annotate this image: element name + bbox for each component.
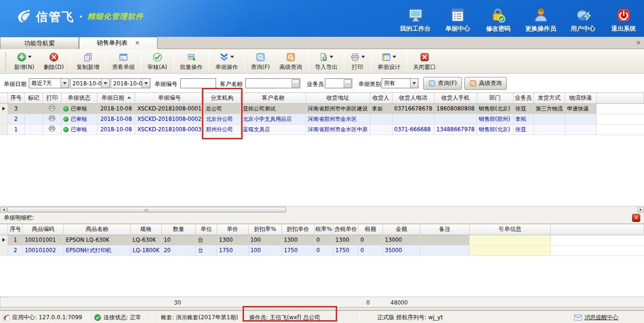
- tab-sales-order-list[interactable]: 销售单列表 ✕: [79, 37, 157, 49]
- scroll-right-arrow[interactable]: [637, 207, 644, 212]
- chevron-down-icon[interactable]: [330, 56, 333, 58]
- workbench-button[interactable]: 我的工作台: [400, 8, 431, 33]
- chevron-down-icon[interactable]: [361, 56, 365, 58]
- type-select[interactable]: 所有: [382, 78, 418, 88]
- column-header-ship_method[interactable]: 发货方式: [533, 93, 565, 103]
- column-header-mark[interactable]: 标记: [24, 93, 43, 103]
- column-header-qty[interactable]: 数量: [162, 224, 196, 235]
- advanced-query-button[interactable]: 高级查询: [464, 77, 507, 90]
- chevron-down-icon[interactable]: [142, 79, 150, 88]
- switch-operator-button[interactable]: 更换操作员: [525, 8, 556, 33]
- toolbar-button-uidesign[interactable]: 界面设计: [373, 51, 405, 72]
- table-row[interactable]: 2已审核2018-10-08XSCKD-20181008-0002北京分公司北京…: [0, 114, 644, 124]
- date-range-select[interactable]: 最近7天: [29, 78, 69, 88]
- tab-function-navigator[interactable]: 功能导航窗: [0, 37, 79, 49]
- customer-filter-input[interactable]: [246, 79, 292, 88]
- column-header-receiver[interactable]: 收货人: [370, 93, 392, 103]
- viewdoc-icon: [119, 52, 128, 62]
- cell-mobile: 18608080808: [435, 103, 477, 114]
- toolbar-button-print[interactable]: 打印: [346, 51, 370, 72]
- toolbar-button-docops[interactable]: 单据操作: [211, 51, 243, 72]
- cell-tax_rate: 0: [314, 245, 333, 255]
- tab-close-icon[interactable]: ✕: [135, 40, 139, 46]
- exit-system-button[interactable]: 退出系统: [610, 8, 637, 33]
- column-header-address[interactable]: 收货地址: [306, 93, 370, 103]
- scroll-left-arrow[interactable]: [0, 207, 7, 212]
- column-header-amount[interactable]: 金额: [383, 224, 420, 235]
- cell-mark: [24, 114, 43, 124]
- query-button[interactable]: 查询(F): [423, 77, 462, 90]
- column-header-salesman[interactable]: 业务员: [513, 93, 533, 103]
- column-header-express[interactable]: 物流快递: [565, 93, 596, 103]
- user-center-button[interactable]: 用户中心: [569, 8, 597, 33]
- cell-qty: 20: [162, 245, 196, 255]
- column-header-price[interactable]: 单价: [217, 224, 248, 235]
- column-header-dept[interactable]: 部门: [477, 93, 513, 103]
- toolbar-grip[interactable]: [5, 52, 7, 71]
- tabstrip-close-icon[interactable]: ✕: [636, 39, 641, 46]
- column-header-phone[interactable]: 收货人电话: [392, 93, 434, 103]
- document-center-button[interactable]: 单据中心: [444, 8, 471, 33]
- column-header-branch[interactable]: 分支机构: [204, 93, 241, 103]
- column-header-mobile[interactable]: 收货人手机: [435, 93, 477, 103]
- column-header-seq[interactable]: 序号: [8, 93, 24, 103]
- chevron-down-icon[interactable]: [230, 56, 234, 58]
- chevron-down-icon[interactable]: [392, 56, 396, 58]
- chevron-down-icon[interactable]: [61, 79, 69, 88]
- printer-icon[interactable]: [48, 126, 56, 132]
- detail-panel-close-icon[interactable]: ✕: [632, 214, 640, 222]
- toolbar-button-label: 界面设计: [378, 63, 400, 71]
- chevron-down-icon[interactable]: [101, 79, 109, 88]
- column-header-status[interactable]: 单据状态: [61, 93, 97, 103]
- toolbar-button-copy[interactable]: 复制新增: [72, 51, 104, 72]
- toolbar-button-add[interactable]: 新增(N): [9, 51, 39, 72]
- toolbar-button-query[interactable]: 查询(F): [246, 51, 275, 72]
- toolbar-button-viewdoc[interactable]: 查看单据: [107, 51, 139, 72]
- toolbar-button-advquery[interactable]: 高级查询: [275, 51, 307, 72]
- table-row[interactable]: 1已审核2018-10-08XSCKD-20181008-0003郑州分公司蓝猫…: [0, 124, 644, 135]
- column-header-tax[interactable]: 税额: [358, 224, 383, 235]
- column-header-spec[interactable]: 规格: [131, 224, 162, 235]
- column-header-code[interactable]: 商品编码: [23, 224, 64, 235]
- column-header-print[interactable]: 打印: [43, 93, 61, 103]
- column-header-remark[interactable]: 备注: [420, 224, 470, 235]
- date-to-select[interactable]: 2018-10-08: [111, 78, 150, 88]
- date-from-select[interactable]: 2018-10-01: [70, 78, 110, 88]
- change-password-button[interactable]: 修改密码: [485, 8, 512, 33]
- table-row[interactable]: 2100101002EPSON针式打印机LQ-1800K20台175010017…: [0, 245, 644, 255]
- column-header-customer[interactable]: 客户名称: [241, 93, 306, 103]
- cell-unit: 台: [196, 235, 217, 245]
- column-header-seq[interactable]: 序号: [8, 224, 23, 235]
- salesman-lookup-button[interactable]: …: [344, 79, 351, 87]
- toolbar-button-delete[interactable]: 删除(D): [39, 51, 69, 72]
- toolbar-button-impexp[interactable]: 导入导出: [310, 51, 342, 72]
- salesman-filter-input[interactable]: [325, 79, 344, 88]
- table-row[interactable]: 3已审核2018-10-08XSCKD-20181008-0001总公司亚拓公司…: [0, 103, 644, 114]
- total-empty: [23, 298, 64, 308]
- table-row[interactable]: 1100101001EPSON LQ-630KLQ-630K10台1300100…: [0, 235, 644, 245]
- total-empty: [468, 298, 550, 308]
- printer-icon[interactable]: [48, 115, 56, 121]
- column-header-tax_price[interactable]: 含税单价: [333, 224, 358, 235]
- column-header-discount_price[interactable]: 折扣单价: [282, 224, 314, 235]
- column-header-date[interactable]: 单据日期: [97, 93, 135, 103]
- column-header-ref_info[interactable]: 引单信息: [469, 224, 551, 235]
- column-header-code[interactable]: 单据编号: [135, 93, 204, 103]
- column-header-discount_rate[interactable]: 折扣率%: [248, 224, 282, 235]
- printer-icon[interactable]: [48, 105, 56, 111]
- toolbar-button-audit[interactable]: 审核(A): [143, 51, 172, 72]
- chevron-down-icon[interactable]: [28, 56, 32, 58]
- column-header-tax_rate[interactable]: 税率%: [314, 224, 333, 235]
- total-qty: 30: [160, 298, 195, 308]
- toolbar-button-closewin[interactable]: 关闭窗口: [409, 51, 441, 72]
- column-header-unit[interactable]: 单位: [196, 224, 217, 235]
- customer-lookup-button[interactable]: …: [292, 79, 299, 87]
- horizontal-scrollbar[interactable]: [0, 206, 644, 212]
- audit-icon: [153, 52, 162, 62]
- chevron-down-icon[interactable]: [410, 79, 418, 88]
- column-header-name[interactable]: 商品名称: [64, 224, 131, 235]
- message-center-link[interactable]: 消息提醒中心: [574, 314, 618, 322]
- toolbar-button-batch[interactable]: 批量操作: [175, 51, 208, 72]
- code-filter-input[interactable]: [181, 79, 216, 88]
- scrollbar-thumb[interactable]: [7, 207, 286, 212]
